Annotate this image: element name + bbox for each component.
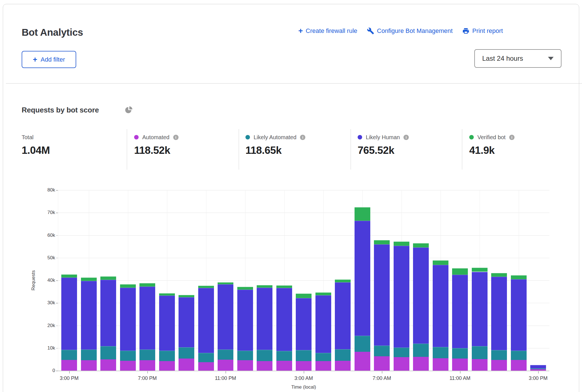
bar-segment[interactable]: [100, 276, 116, 280]
bar-segment[interactable]: [413, 243, 429, 247]
bar-segment[interactable]: [511, 351, 527, 360]
bar-segment[interactable]: [530, 368, 546, 369]
bar-segment[interactable]: [511, 360, 527, 371]
bar-segment[interactable]: [237, 360, 253, 371]
bar-segment[interactable]: [257, 361, 272, 371]
bar-segment[interactable]: [315, 295, 331, 353]
bar-segment[interactable]: [452, 268, 468, 275]
bar-segment[interactable]: [218, 282, 233, 284]
bar-segment[interactable]: [218, 284, 233, 349]
x-tick-label: 11:00 PM: [206, 375, 245, 381]
bar-segment[interactable]: [335, 282, 351, 349]
bar-segment[interactable]: [276, 351, 292, 361]
bar-segment[interactable]: [452, 359, 468, 371]
bar-segment[interactable]: [61, 278, 77, 350]
bar-segment[interactable]: [335, 280, 351, 282]
bar-segment[interactable]: [374, 356, 390, 371]
bar-segment[interactable]: [159, 293, 175, 296]
bar-segment[interactable]: [61, 360, 77, 371]
bar-segment[interactable]: [472, 268, 488, 272]
bar-segment[interactable]: [139, 360, 155, 371]
bar-segment[interactable]: [179, 359, 194, 371]
bar-segment[interactable]: [257, 350, 272, 361]
bar-segment[interactable]: [276, 285, 292, 288]
bar-segment[interactable]: [198, 353, 214, 362]
bar-segment[interactable]: [452, 348, 468, 359]
bar-segment[interactable]: [472, 272, 488, 346]
gridline: [58, 258, 549, 258]
bar-segment[interactable]: [237, 290, 253, 351]
bar-segment[interactable]: [355, 207, 370, 221]
bar-segment[interactable]: [511, 275, 527, 279]
bar-segment[interactable]: [120, 361, 136, 371]
bar-segment[interactable]: [335, 349, 351, 361]
bar-segment[interactable]: [159, 351, 175, 361]
bar-segment[interactable]: [335, 361, 351, 371]
bar-segment[interactable]: [276, 288, 292, 351]
bar-segment[interactable]: [452, 275, 468, 348]
bar-segment[interactable]: [81, 278, 97, 281]
bar-segment[interactable]: [120, 284, 136, 288]
bar-segment[interactable]: [413, 357, 429, 371]
bar-segment[interactable]: [139, 350, 155, 360]
bar-segment[interactable]: [491, 277, 507, 350]
bar-segment[interactable]: [179, 347, 194, 359]
bar-segment[interactable]: [355, 352, 370, 371]
bar-segment[interactable]: [296, 361, 312, 371]
bar-segment[interactable]: [120, 288, 136, 351]
bar-segment[interactable]: [491, 360, 507, 371]
bar-segment[interactable]: [433, 347, 448, 358]
bar-segment[interactable]: [81, 281, 97, 349]
bar-segment[interactable]: [257, 288, 272, 350]
bar-segment[interactable]: [81, 360, 97, 371]
bar-segment[interactable]: [433, 265, 448, 347]
bar-segment[interactable]: [198, 286, 214, 288]
bar-segment[interactable]: [179, 297, 194, 347]
bar-segment[interactable]: [139, 283, 155, 286]
bar-segment[interactable]: [413, 247, 429, 344]
bar-segment[interactable]: [179, 295, 194, 297]
bar-segment[interactable]: [257, 285, 272, 288]
bar-segment[interactable]: [198, 288, 214, 353]
bar-segment[interactable]: [237, 287, 253, 290]
bar-segment[interactable]: [413, 344, 429, 357]
bar-segment[interactable]: [61, 274, 77, 277]
bar-segment[interactable]: [491, 273, 507, 277]
bar-segment[interactable]: [315, 353, 331, 361]
bar-segment[interactable]: [394, 348, 409, 357]
bar-segment[interactable]: [511, 279, 527, 351]
bar-segment[interactable]: [374, 346, 390, 357]
bar-segment[interactable]: [472, 346, 488, 359]
bar-segment[interactable]: [394, 357, 409, 371]
bar-segment[interactable]: [355, 221, 370, 336]
bar-segment[interactable]: [296, 350, 312, 361]
bar-segment[interactable]: [159, 296, 175, 351]
bar-segment[interactable]: [394, 242, 409, 246]
bar-segment[interactable]: [491, 350, 507, 360]
bar-segment[interactable]: [218, 360, 233, 371]
bar-segment[interactable]: [81, 350, 97, 361]
bar-segment[interactable]: [530, 365, 546, 368]
bar-segment[interactable]: [374, 244, 390, 346]
bar-segment[interactable]: [315, 292, 331, 295]
bar-segment[interactable]: [433, 358, 448, 371]
bar-segment[interactable]: [218, 350, 233, 360]
bar-segment[interactable]: [296, 294, 312, 298]
bar-segment[interactable]: [198, 362, 214, 371]
bar-segment[interactable]: [315, 361, 331, 371]
bar-segment[interactable]: [374, 240, 390, 244]
bar-segment[interactable]: [394, 246, 409, 348]
bar-segment[interactable]: [433, 260, 448, 265]
bar-segment[interactable]: [276, 361, 292, 371]
bar-segment[interactable]: [100, 346, 116, 359]
bar-segment[interactable]: [100, 359, 116, 371]
bar-segment[interactable]: [100, 280, 116, 346]
bar-segment[interactable]: [61, 350, 77, 360]
bar-segment[interactable]: [296, 298, 312, 350]
bar-segment[interactable]: [355, 336, 370, 352]
bar-segment[interactable]: [120, 351, 136, 361]
bar-segment[interactable]: [139, 287, 155, 350]
bar-segment[interactable]: [472, 359, 488, 371]
bar-segment[interactable]: [159, 361, 175, 371]
bar-segment[interactable]: [237, 351, 253, 361]
